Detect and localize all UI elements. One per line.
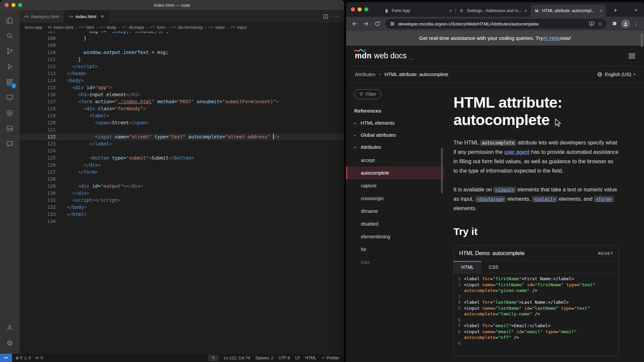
indentation-status[interactable]: Spaces: 2 <box>255 356 273 360</box>
demo-tab-HTML[interactable]: HTML <box>454 261 481 273</box>
sidebar-group-Global attributes[interactable]: ▸Global attributes <box>354 129 444 141</box>
code-line-130[interactable]: 130 </div> <box>19 190 344 197</box>
explorer-icon[interactable] <box>2 13 18 28</box>
app-logo-icon[interactable] <box>2 105 18 121</box>
code-line-109[interactable]: 109 <box>19 42 344 49</box>
address-bar[interactable]: developer.mozilla.org/en-US/docs/Web/HTM… <box>386 19 606 29</box>
split-editor-icon[interactable] <box>323 14 328 19</box>
reset-button[interactable]: RESET <box>598 251 613 255</box>
url-text[interactable]: developer.mozilla.org/en-US/docs/Web/HTM… <box>398 21 586 26</box>
close-tab-icon[interactable]: ✕ <box>101 14 104 19</box>
charts-icon[interactable] <box>2 121 18 136</box>
breadcrumb-item-form[interactable]: </>form <box>150 25 165 30</box>
sidebar-scrollbar[interactable] <box>441 148 443 193</box>
page-scrollbar[interactable] <box>641 33 643 47</box>
extensions-puzzle-icon[interactable] <box>610 19 620 29</box>
sidebar-item-max[interactable]: max <box>354 256 444 268</box>
reload-icon[interactable] <box>372 19 382 29</box>
demo-code-line[interactable]: autocomplete="off" /> <box>454 335 619 341</box>
sidebar-item-elementtiming[interactable]: elementtiming <box>354 230 444 243</box>
forward-icon[interactable] <box>361 19 371 29</box>
remote-explorer-icon[interactable] <box>2 90 18 105</box>
code-editor[interactable]: 107 msg += `${key}: ${value}\n`;108 }109… <box>19 32 344 353</box>
breadcrumb-item-form-app[interactable]: form-app <box>25 25 42 30</box>
cursor-position[interactable]: Ln 122, Col 74 <box>224 356 250 360</box>
demo-code-line[interactable]: 6 <box>454 317 619 323</box>
breadcrumb-item-index.html[interactable]: <>index.html <box>48 25 73 30</box>
close-window-button[interactable] <box>5 3 9 7</box>
sidebar-item-autocomplete[interactable]: autocomplete <box>346 167 444 179</box>
code-line-114[interactable]: 114<body> <box>19 77 344 84</box>
code-line-132[interactable]: 132</body> <box>19 204 344 211</box>
code-line-127[interactable]: 127 </form> <box>19 169 344 176</box>
install-icon[interactable] <box>589 21 595 27</box>
breadcrumb-item-label[interactable]: </>label <box>208 25 225 30</box>
breadcrumb-item-body[interactable]: </>body <box>100 25 116 30</box>
code-line-126[interactable]: 126 </div> <box>19 162 344 169</box>
demo-code-line[interactable]: 2<input name="firstName" id="firstName" … <box>454 282 619 288</box>
close-window-button[interactable] <box>351 7 355 11</box>
remote-indicator[interactable]: >< <box>0 354 12 362</box>
sidebar-item-capture[interactable]: capture <box>354 179 444 192</box>
zoom-window-button[interactable] <box>364 7 368 11</box>
code-line-115[interactable]: 115 <div id="app"> <box>19 84 344 91</box>
vscode-titlebar[interactable]: index.html — code <box>0 0 344 10</box>
close-tab-icon[interactable]: ✕ <box>599 9 602 13</box>
breadcrumb-attributes[interactable]: Attributes <box>355 72 375 77</box>
code-line-118[interactable]: 118 <div class="formbody"> <box>19 105 344 112</box>
demo-code-line[interactable]: 9 <box>454 341 619 347</box>
editor-tab-index.html[interactable]: <>index.html✕ <box>64 10 109 23</box>
profile-avatar[interactable] <box>621 19 630 28</box>
site-settings-icon[interactable] <box>390 21 395 26</box>
run-debug-icon[interactable] <box>2 59 18 74</box>
demo-code-line[interactable]: 4<label for="lastName">Last Name:</label… <box>454 299 619 305</box>
code-line-134[interactable]: 134 <box>19 218 344 225</box>
demo-code-line[interactable]: 1<label for="firstName">First Name:</lab… <box>454 276 619 282</box>
ai-help-banner[interactable]: Get real-time assistance with your codin… <box>346 31 644 46</box>
code-line-112[interactable]: 112 </script> <box>19 63 344 70</box>
extensions-icon[interactable]: 3 <box>2 74 18 90</box>
code-line-117[interactable]: 117 <form action="./index.html" method="… <box>19 98 344 105</box>
sidebar-filter-input[interactable]: Filter <box>354 89 381 99</box>
demo-code-line[interactable]: 5<input name="lastName" id="lastName" ty… <box>454 305 619 311</box>
zoom-window-button[interactable] <box>18 3 22 7</box>
demo-code-line[interactable]: 8<input name="email" id="email" type="em… <box>454 329 619 335</box>
code-line-111[interactable]: 111 } <box>19 56 344 63</box>
code-line-119[interactable]: 119 <label> <box>19 112 344 119</box>
problems-status[interactable]: ⊗0⚠0 <box>15 356 31 360</box>
mdn-logo[interactable]: mdn web docs _ <box>355 51 413 60</box>
language-switcher[interactable]: English (US) ▾ <box>597 72 635 77</box>
demo-tab-CSS[interactable]: CSS <box>481 261 506 273</box>
code-line-125[interactable]: 125 <button type="submit">Submit</button… <box>19 155 344 162</box>
code-line-129[interactable]: 129 <div id="output"></div> <box>19 183 344 190</box>
close-tab-icon[interactable]: ✕ <box>449 9 452 13</box>
code-line-122[interactable]: 122 <input name="street" type="text" aut… <box>19 133 344 140</box>
demo-code-line[interactable]: 7<label for="email">Email:</label> <box>454 323 619 329</box>
breadcrumb-item-html[interactable]: </>html <box>79 25 94 30</box>
code-line-123[interactable]: 123 </label> <box>19 140 344 147</box>
settings-gear-icon[interactable]: ⚙ <box>2 335 18 351</box>
minimize-window-button[interactable] <box>11 3 15 7</box>
source-control-icon[interactable] <box>2 44 18 59</box>
browser-tab[interactable]: ⚙Settings - Addresses and m...✕ <box>455 5 531 17</box>
minimize-window-button[interactable] <box>358 7 362 11</box>
tab-search-icon[interactable]: ▾ <box>632 6 640 14</box>
sidebar-item-dirname[interactable]: dirname <box>354 205 444 218</box>
demo-code-line[interactable]: autocomplete="family-name" /> <box>454 311 619 317</box>
sidebar-item-for[interactable]: for <box>354 243 444 256</box>
code-line-133[interactable]: 133</html> <box>19 211 344 218</box>
more-actions-icon[interactable]: ··· <box>333 13 339 19</box>
ports-status[interactable]: 0 <box>35 356 43 360</box>
sidebar-group-Attributes[interactable]: ▾Attributes <box>354 141 444 153</box>
zoom-indicator[interactable] <box>208 355 218 361</box>
formatter-status[interactable]: ✓Prettier <box>322 356 339 360</box>
demo-code-line[interactable]: autocomplete="given-name" /> <box>454 288 619 294</box>
demo-code-line[interactable]: 3 <box>454 294 619 300</box>
sidebar-item-disabled[interactable]: disabled <box>354 218 444 230</box>
language-mode[interactable]: HTML <box>306 356 317 360</box>
feedback-icon[interactable] <box>2 136 18 152</box>
new-tab-button[interactable]: + <box>611 6 620 15</box>
editor-tab-thankyou.html[interactable]: <>thankyou.html <box>19 10 64 23</box>
account-icon[interactable] <box>2 320 18 335</box>
demo-code-editor[interactable]: 1<label for="firstName">First Name:</lab… <box>454 274 619 356</box>
